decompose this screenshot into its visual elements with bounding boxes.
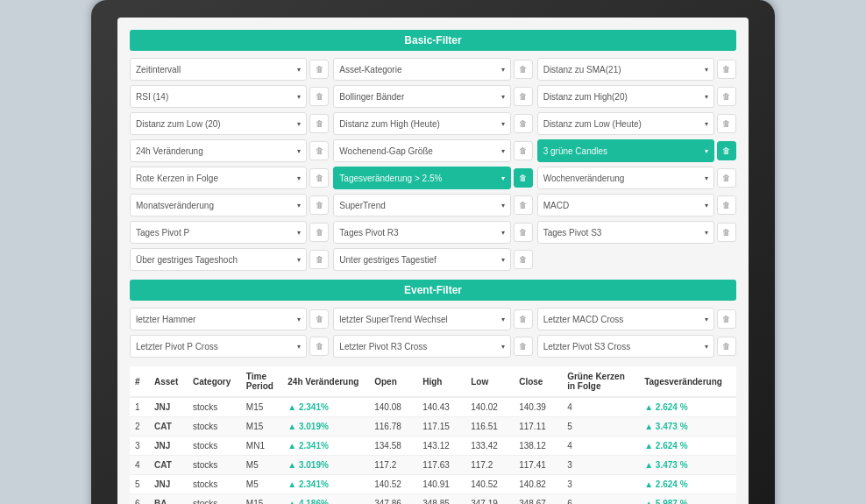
filter-delete-button[interactable]: 🗑 [717,168,736,188]
filter-delete-button[interactable]: 🗑 [717,87,736,106]
cell-num: 4 [130,456,149,475]
filter-monatsveraenderung[interactable]: Monatsveränderung ▾ [130,194,307,217]
filter-delete-button[interactable]: 🗑 [514,168,533,188]
filter-delete-button[interactable]: 🗑 [717,309,736,329]
filter-distanz-sma[interactable]: Distanz zu SMA(21) ▾ [537,58,714,81]
cell-high: 143.12 [417,437,465,456]
filter-letzter-hammer[interactable]: letzter Hammer ▾ [130,308,307,330]
filter-supertrend[interactable]: SuperTrend ▾ [333,194,510,217]
filter-rsi[interactable]: RSI (14) ▾ [130,85,307,108]
filter-macd[interactable]: MACD ▾ [537,194,714,217]
filter-bollinger[interactable]: Bollinger Bänder ▾ [333,85,510,108]
filter-delete-button[interactable]: 🗑 [309,60,329,79]
filter-wochenend-gap[interactable]: Wochenend-Gap Größe ▾ [333,139,510,162]
cell-open: 140.08 [369,397,417,417]
table-row[interactable]: 5 JNJ stocks M5 ▲ 2.341% 140.52 140.91 1… [130,475,736,494]
filter-delete-button[interactable]: 🗑 [309,87,329,106]
cell-gruen: 3 [562,456,639,475]
table-row[interactable]: 1 JNJ stocks M15 ▲ 2.341% 140.08 140.43 … [130,397,736,417]
cell-close: 140.82 [514,475,562,494]
filter-delete-button[interactable]: 🗑 [514,337,533,356]
filter-delete-button[interactable]: 🗑 [309,114,329,133]
filter-pivot-s3-cross[interactable]: Letzter Pivot S3 Cross ▾ [537,335,714,358]
table-row[interactable]: 2 CAT stocks M15 ▲ 3.019% 116.78 117.15 … [130,417,736,437]
filter-delete-button[interactable]: 🗑 [514,60,533,79]
filter-wochenveraenderung[interactable]: Wochenveränderung ▾ [537,167,714,189]
dropdown-arrow-icon: ▾ [705,229,708,237]
filter-delete-button[interactable]: 🗑 [514,195,533,215]
filter-supertrend-wechsel[interactable]: letzter SuperTrend Wechsel ▾ [333,308,510,330]
filter-delete-button[interactable]: 🗑 [309,195,329,215]
filter-delete-button[interactable]: 🗑 [514,309,533,329]
filter-rote-kerzen[interactable]: Rote Kerzen in Folge ▾ [130,167,307,189]
filter-delete-button[interactable]: 🗑 [309,168,329,188]
cell-tages: ▲ 2.624 % [639,437,736,456]
filter-row-empty [537,248,736,271]
filter-delete-button[interactable]: 🗑 [717,195,736,215]
cell-open: 347.86 [369,494,417,505]
filter-delete-button[interactable]: 🗑 [717,141,736,160]
filter-delete-button[interactable]: 🗑 [717,337,736,356]
filter-distanz-high20[interactable]: Distanz zum High(20) ▾ [537,85,714,108]
col-header-high: High [417,366,465,397]
filter-delete-button[interactable]: 🗑 [309,223,329,242]
table-row[interactable]: 6 BA stocks M15 ▲ 4.186% 347.86 348.85 3… [130,494,736,505]
cell-close: 117.41 [514,456,562,475]
filter-pivot-s3[interactable]: Tages Pivot S3 ▾ [537,221,714,244]
filter-row: Bollinger Bänder ▾ 🗑 [333,85,532,108]
filter-delete-button[interactable]: 🗑 [309,309,329,329]
dropdown-arrow-icon: ▾ [297,147,301,155]
cell-24h: ▲ 3.019% [282,456,369,475]
filter-zeitintervall[interactable]: Zeitintervall ▾ [130,58,307,81]
filter-tageshoch[interactable]: Über gestriges Tageshoch ▾ [130,248,307,271]
filter-tagesveraenderung-25[interactable]: Tagesveränderung > 2.5% ▾ [333,167,510,189]
filter-delete-button[interactable]: 🗑 [514,114,533,133]
filter-row: Asset-Kategorie ▾ 🗑 [333,58,532,81]
filter-row: Zeitintervall ▾ 🗑 [130,58,329,81]
cell-tages: ▲ 3.473 % [639,456,736,475]
cell-asset: JNJ [149,397,188,417]
filter-delete-button[interactable]: 🗑 [309,337,329,356]
filter-pivot-r3[interactable]: Tages Pivot R3 ▾ [333,221,510,244]
table-row[interactable]: 4 CAT stocks M5 ▲ 3.019% 117.2 117.63 11… [130,456,736,475]
cell-category: stocks [188,397,241,417]
filter-distanz-low-heute[interactable]: Distanz zum Low (Heute) ▾ [537,112,714,135]
filter-distanz-low20[interactable]: Distanz zum Low (20) ▾ [130,112,307,135]
filter-row: Letzter Pivot S3 Cross ▾ 🗑 [537,335,736,358]
table-row[interactable]: 3 JNJ stocks MN1 ▲ 2.341% 134.58 143.12 … [130,437,736,456]
filter-24h-veraenderung[interactable]: 24h Veränderung ▾ [130,139,307,162]
dropdown-arrow-icon: ▾ [297,120,301,128]
filter-delete-button[interactable]: 🗑 [514,87,533,106]
cell-category: stocks [188,417,241,437]
filter-pivot-p-cross[interactable]: Letzter Pivot P Cross ▾ [130,335,307,358]
dropdown-arrow-icon: ▾ [297,93,301,101]
filter-asset-kategorie[interactable]: Asset-Kategorie ▾ [333,58,510,81]
filter-delete-button[interactable]: 🗑 [309,141,329,160]
filter-delete-button[interactable]: 🗑 [717,114,736,133]
cell-asset: BA [149,494,188,505]
filter-delete-button[interactable]: 🗑 [514,223,533,242]
col-header-low: Low [465,366,514,397]
cell-period: M15 [241,397,282,417]
filter-distanz-high-heute[interactable]: Distanz zum High (Heute) ▾ [333,112,510,135]
filter-tagestief[interactable]: Unter gestriges Tagestief ▾ [333,248,510,271]
filter-row: Rote Kerzen in Folge ▾ 🗑 [130,167,329,189]
filter-pivot-p[interactable]: Tages Pivot P ▾ [130,221,307,244]
dropdown-arrow-icon: ▾ [705,66,708,74]
dropdown-arrow-icon: ▾ [705,93,708,101]
col-header-tages: Tagesveränderung [639,366,736,397]
dropdown-arrow-icon: ▾ [501,202,505,209]
col-header-close: Close [514,366,562,397]
filter-delete-button[interactable]: 🗑 [514,250,533,269]
filter-delete-button[interactable]: 🗑 [717,223,736,242]
filter-row: Tages Pivot R3 ▾ 🗑 [333,221,532,244]
filter-3-gruene-candles[interactable]: 3 grüne Candles ▾ [537,139,714,162]
filter-pivot-r3-cross[interactable]: Letzter Pivot R3 Cross ▾ [333,335,510,358]
results-table: # Asset Category Time Period 24h Verände… [130,366,736,504]
filter-delete-button[interactable]: 🗑 [309,250,329,269]
filter-delete-button[interactable]: 🗑 [514,141,533,160]
filter-delete-button[interactable]: 🗑 [717,60,736,79]
cell-gruen: 6 [562,494,639,505]
filter-macd-cross[interactable]: Letzter MACD Cross ▾ [537,308,714,330]
filter-row: Unter gestriges Tagestief ▾ 🗑 [333,248,532,271]
